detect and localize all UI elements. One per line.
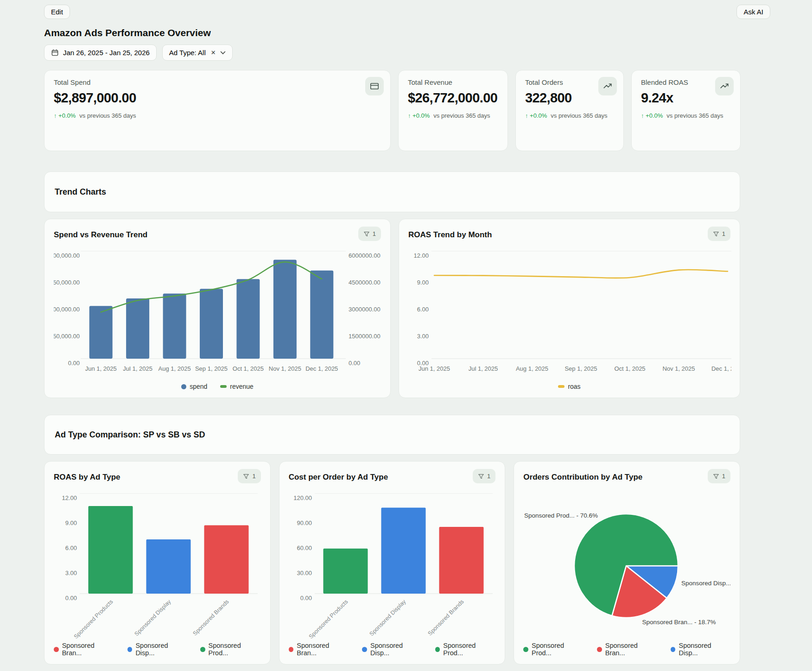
section-title: Ad Type Comparison: SP vs SB vs SD (55, 430, 205, 440)
ask-ai-button[interactable]: Ask AI (736, 5, 770, 19)
legend-item[interactable]: Sponsored Disp... (127, 642, 187, 657)
ad-type-bar[interactable] (146, 539, 191, 594)
filter-funnel-icon (713, 473, 719, 480)
legend-item[interactable]: Sponsored Prod... (523, 642, 584, 657)
svg-text:Jul 1, 2025: Jul 1, 2025 (469, 365, 498, 372)
svg-text:12.00: 12.00 (413, 252, 429, 259)
svg-text:3000000.00: 3000000.00 (349, 306, 381, 313)
legend-label: Sponsored Prod... (443, 642, 495, 657)
kpi-card-total-revenue: Total Revenue $26,772,000.00 ↑ +0.0%vs p… (398, 70, 508, 151)
chart-legend: Sponsored Bran...Sponsored Disp...Sponso… (289, 642, 496, 657)
legend-item[interactable]: roas (558, 383, 580, 390)
chart-filter-chip[interactable]: 1 (358, 227, 381, 241)
kpi-delta: ↑ +0.0% (54, 112, 76, 120)
legend-item[interactable]: Sponsored Prod... (435, 642, 496, 657)
legend-label: Sponsored Bran... (605, 642, 658, 657)
ad-type-bar[interactable] (204, 525, 249, 594)
legend-item[interactable]: Sponsored Bran... (597, 642, 658, 657)
legend-label: Sponsored Disp... (135, 642, 187, 657)
ad-type-filter-chip[interactable]: Ad Type: All ✕ (162, 44, 233, 61)
ad-type-filter-label: Ad Type: All (169, 49, 206, 57)
legend-item[interactable]: Sponsored Prod... (200, 642, 261, 657)
svg-text:6.00: 6.00 (417, 306, 429, 313)
chart-legend: Sponsored Bran...Sponsored Disp...Sponso… (54, 642, 261, 657)
filter-funnel-icon (363, 231, 370, 237)
svg-text:00,000.00: 00,000.00 (54, 252, 80, 259)
filter-funnel-icon (243, 473, 249, 480)
spend-bar[interactable] (236, 279, 260, 359)
legend-item[interactable]: Sponsored Disp... (671, 642, 730, 657)
legend-marker (181, 384, 186, 389)
spend-bar[interactable] (310, 271, 333, 359)
legend-marker (127, 647, 133, 652)
legend-label: Sponsored Bran... (62, 642, 114, 657)
spend-bar[interactable] (126, 298, 149, 359)
kpi-delta-suffix: vs previous 365 days (79, 112, 136, 120)
spend-bar[interactable] (273, 260, 297, 359)
kpi-value: $26,772,000.00 (408, 90, 498, 106)
legend-item[interactable]: Sponsored Bran... (289, 642, 349, 657)
svg-text:1500000.00: 1500000.00 (349, 333, 381, 340)
svg-text:Sponsored Prod... - 70.6%: Sponsored Prod... - 70.6% (524, 512, 598, 519)
section-title: Trend Charts (55, 187, 106, 197)
svg-text:60.00: 60.00 (297, 544, 312, 551)
close-icon[interactable]: ✕ (211, 49, 216, 56)
svg-text:Nov 1, 2025: Nov 1, 2025 (662, 365, 695, 372)
chart-filter-chip[interactable]: 1 (708, 227, 730, 241)
roas-by-ad-type-chart: 12.009.006.003.000.00Sponsored ProductsS… (54, 487, 261, 641)
chart-title: ROAS by Ad Type (54, 473, 121, 482)
spend-bar[interactable] (163, 294, 186, 359)
orders-contribution-card: Orders Contribution by Ad Type 1 Sponsor… (514, 461, 740, 665)
kpi-card-blended-roas: Blended ROAS 9.24x ↑ +0.0%vs previous 36… (631, 70, 741, 151)
svg-text:90.00: 90.00 (297, 519, 312, 526)
ad-type-bar[interactable] (323, 549, 368, 594)
legend-item[interactable]: Sponsored Disp... (362, 642, 422, 657)
svg-text:12.00: 12.00 (62, 494, 77, 501)
legend-item[interactable]: Sponsored Bran... (54, 642, 114, 657)
kpi-delta: ↑ +0.0% (408, 112, 430, 120)
spend-bar[interactable] (200, 289, 223, 359)
legend-label: Sponsored Bran... (297, 642, 349, 657)
legend-label: Sponsored Prod... (209, 642, 261, 657)
kpi-row: Total Spend $2,897,000.00 ↑ +0.0%vs prev… (44, 70, 740, 151)
kpi-delta-suffix: vs previous 365 days (666, 112, 723, 120)
svg-text:0.00: 0.00 (68, 360, 80, 367)
trending-up-icon (715, 77, 734, 95)
ad-type-bar[interactable] (89, 506, 133, 594)
svg-text:6.00: 6.00 (65, 544, 77, 551)
roas-trend-card: ROAS Trend by Month 1 12.009.006.003.000… (399, 219, 740, 398)
svg-text:Aug 1, 2025: Aug 1, 2025 (516, 365, 548, 372)
spend-bar[interactable] (89, 306, 113, 359)
legend-marker (558, 385, 565, 388)
edit-button[interactable]: Edit (44, 5, 70, 19)
legend-item[interactable]: spend (181, 383, 207, 390)
chevron-down-icon[interactable] (220, 51, 226, 55)
svg-text:Nov 1, 2025: Nov 1, 2025 (269, 365, 301, 372)
orders-contribution-pie: Sponsored Disp... -Sponsored Bran... - 1… (523, 487, 730, 641)
svg-text:Aug 1, 2025: Aug 1, 2025 (159, 365, 191, 372)
svg-text:3.00: 3.00 (417, 333, 429, 340)
svg-text:4500000.00: 4500000.00 (349, 279, 381, 286)
svg-text:00,000.00: 00,000.00 (54, 306, 80, 313)
filter-count: 1 (722, 473, 725, 480)
legend-marker (597, 647, 602, 652)
roas-line[interactable] (434, 270, 728, 278)
svg-text:Sponsored Disp... -: Sponsored Disp... - (681, 580, 730, 587)
spend-revenue-chart: 00,000.006000000.0050,000.004500000.0000… (54, 245, 381, 379)
legend-item[interactable]: revenue (220, 383, 254, 390)
svg-text:9.00: 9.00 (417, 279, 429, 286)
ad-type-bar[interactable] (381, 508, 425, 594)
ad-type-bar[interactable] (439, 527, 483, 594)
ad-type-comparison-row: ROAS by Ad Type 1 12.009.006.003.000.00S… (44, 461, 740, 665)
chart-filter-chip[interactable]: 1 (473, 469, 495, 483)
chart-filter-chip[interactable]: 1 (238, 469, 260, 483)
date-range-picker[interactable]: Jan 26, 2025 - Jan 25, 2026 (44, 44, 157, 61)
svg-text:Oct 1, 2025: Oct 1, 2025 (233, 365, 264, 372)
chart-title: Orders Contribution by Ad Type (523, 473, 642, 482)
svg-text:Jun 1, 2025: Jun 1, 2025 (85, 365, 117, 372)
chart-filter-chip[interactable]: 1 (708, 469, 730, 483)
kpi-label: Total Spend (54, 78, 381, 86)
svg-text:Sponsored Display: Sponsored Display (133, 598, 173, 638)
svg-text:6000000.00: 6000000.00 (349, 252, 381, 259)
legend-marker (671, 647, 676, 652)
